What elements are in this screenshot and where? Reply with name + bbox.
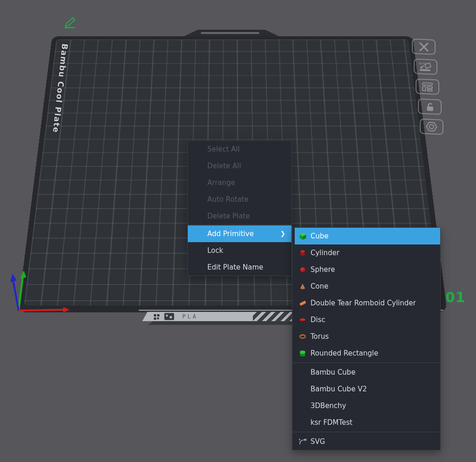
pencil-icon: [60, 14, 79, 29]
cone-icon: [298, 283, 307, 290]
plate-settings-button[interactable]: [420, 119, 443, 135]
rounded-rectangle-icon: [298, 350, 307, 357]
svg-bezier-icon: [298, 438, 307, 446]
plate-settings-icon: [425, 121, 438, 132]
arrange-plate-button[interactable]: [416, 79, 439, 95]
submenu-item-3dbenchy[interactable]: 3DBenchy: [292, 397, 440, 414]
axis-x-arrowhead: [63, 307, 70, 313]
axis-y-arrowhead: [20, 271, 26, 278]
menu-item-add-primitive[interactable]: Add Primitive ❯: [188, 225, 291, 242]
axes-gizmo: [6, 267, 75, 319]
axis-z: [13, 281, 19, 310]
auto-orient-plate-button[interactable]: AUTO: [414, 59, 437, 75]
submenu-arrow-icon: ❯: [280, 225, 285, 242]
submenu-item-cone[interactable]: Cone: [292, 278, 440, 295]
filament-label: PLA: [182, 313, 198, 320]
submenu-item-disc[interactable]: Disc: [292, 311, 440, 328]
plate-front-shadow: [148, 321, 295, 325]
submenu-item-ksr-fdmtest[interactable]: ksr FDMTest: [292, 414, 440, 431]
submenu-item-sphere[interactable]: Sphere: [292, 261, 440, 278]
axis-z-arrowhead: [10, 274, 17, 283]
edit-plate-name-icon[interactable]: [60, 14, 79, 31]
menu-item-select-all: Select All: [188, 141, 291, 158]
submenu-item-torus[interactable]: Torus: [292, 328, 440, 345]
submenu-item-cube[interactable]: Cube: [292, 228, 440, 244]
menu-separator: [188, 224, 291, 225]
plate-qr-icon: [153, 313, 160, 322]
delete-plate-button[interactable]: [412, 39, 436, 55]
plate-marker-icon: [164, 313, 174, 322]
plate-number-label: 01: [445, 289, 466, 305]
menu-item-delete-all: Delete All: [188, 158, 291, 174]
lock-open-icon: [424, 101, 436, 112]
menu-item-auto-rotate: Auto Rotate: [188, 191, 291, 208]
submenu-separator: [292, 363, 440, 363]
menu-item-delete-plate: Delete Plate: [188, 208, 291, 224]
viewport-3d: Bambu Cool Plate: [0, 0, 476, 462]
axis-y: [19, 277, 23, 310]
axis-x: [19, 310, 63, 311]
plate-context-menu: Select All Delete All Arrange Auto Rotat…: [187, 140, 292, 276]
sphere-icon: [298, 266, 307, 274]
romboid-cylinder-icon: [298, 299, 307, 307]
submenu-separator: [292, 432, 440, 432]
submenu-item-rounded-rectangle[interactable]: Rounded Rectangle: [292, 345, 440, 362]
submenu-item-bambu-cube[interactable]: Bambu Cube: [292, 364, 440, 381]
arrange-icon: [421, 81, 434, 92]
menu-item-edit-plate-name[interactable]: Edit Plate Name: [188, 259, 291, 276]
add-primitive-submenu: Cube Cylinder: [292, 227, 441, 450]
submenu-item-svg[interactable]: SVG: [292, 433, 440, 450]
torus-icon: [298, 333, 307, 341]
plate-handle-slot: [201, 32, 259, 34]
auto-orient-icon: AUTO: [418, 61, 433, 72]
submenu-item-cylinder[interactable]: Cylinder: [292, 244, 440, 261]
cube-icon: [298, 232, 307, 240]
close-x-icon: [418, 42, 430, 52]
menu-item-lock[interactable]: Lock: [188, 242, 291, 259]
cylinder-icon: [298, 249, 307, 257]
lock-plate-button[interactable]: [418, 99, 442, 115]
menu-item-arrange: Arrange: [188, 174, 291, 191]
submenu-item-romboid-cylinder[interactable]: Double Tear Romboid Cylinder: [292, 295, 440, 311]
submenu-item-bambu-cube-v2[interactable]: Bambu Cube V2: [292, 381, 440, 397]
disc-icon: [298, 316, 307, 324]
